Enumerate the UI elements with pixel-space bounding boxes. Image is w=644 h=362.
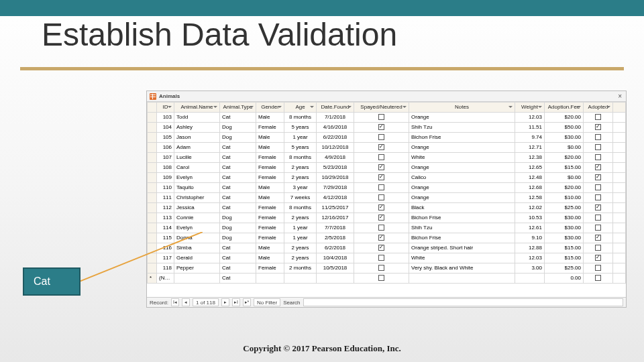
cell-gender[interactable]: Male <box>256 193 284 203</box>
cell-fee[interactable]: $50.00 <box>545 123 584 133</box>
cell-date[interactable]: 11/25/2017 <box>317 203 354 213</box>
cell-date[interactable]: 6/22/2018 <box>317 133 354 143</box>
cell-extra[interactable] <box>613 173 626 183</box>
cell-age[interactable]: 2 years <box>284 213 317 223</box>
column-header[interactable]: Animal.Type <box>220 103 256 113</box>
cell-name[interactable]: Taquito <box>174 183 220 193</box>
checkbox-icon[interactable] <box>595 204 601 210</box>
cell-adopted[interactable] <box>584 173 613 183</box>
column-header[interactable]: ID <box>157 103 174 113</box>
cell-spayed[interactable] <box>354 213 409 223</box>
cell-fee[interactable]: $15.00 <box>545 253 584 263</box>
checkbox-icon[interactable] <box>595 114 601 120</box>
cell-id[interactable]: 117 <box>157 253 174 263</box>
cell-adopted[interactable] <box>584 213 613 223</box>
cell-name[interactable]: Evelyn <box>174 223 220 233</box>
cell-gender[interactable]: Male <box>256 133 284 143</box>
cell-fee[interactable]: $20.00 <box>545 153 584 163</box>
table-row[interactable]: 117GeraldCatMale2 years10/4/2018White12.… <box>148 253 626 263</box>
cell-id[interactable]: 108 <box>157 163 174 173</box>
cell-gender[interactable]: Male <box>256 113 284 123</box>
cell-date[interactable]: 7/29/2018 <box>317 183 354 193</box>
cell-spayed[interactable] <box>354 123 409 133</box>
cell-extra[interactable] <box>613 153 626 163</box>
cell-notes[interactable]: Bichon Frise <box>409 213 515 223</box>
cell-extra[interactable] <box>613 163 626 173</box>
checkbox-icon[interactable] <box>378 134 384 140</box>
cell-extra[interactable] <box>613 274 626 284</box>
cell-spayed[interactable] <box>354 233 409 243</box>
cell-name[interactable]: Simba <box>174 243 220 253</box>
cell-date[interactable]: 5/23/2018 <box>317 163 354 173</box>
cell-name[interactable]: Jason <box>174 133 220 143</box>
cell-notes[interactable] <box>409 274 515 284</box>
checkbox-icon[interactable] <box>378 154 384 160</box>
cell-id[interactable]: 106 <box>157 143 174 153</box>
checkbox-icon[interactable] <box>595 124 601 130</box>
cell-extra[interactable] <box>613 263 626 274</box>
checkbox-icon[interactable] <box>378 184 384 190</box>
table-row[interactable]: 108CarolCatFemale2 years5/23/2018Orange1… <box>148 163 626 173</box>
row-selector[interactable] <box>148 263 157 274</box>
cell-adopted[interactable] <box>584 203 613 213</box>
cell-type[interactable]: Cat <box>220 153 256 163</box>
cell-gender[interactable]: Male <box>256 243 284 253</box>
cell-weight[interactable] <box>515 274 545 284</box>
table-row[interactable]: 106AdamCatMale5 years10/12/2018Orange12.… <box>148 143 626 153</box>
cell-age[interactable]: 8 months <box>284 203 317 213</box>
table-row[interactable]: 118PepperCatFemale2 months10/5/2018Very … <box>148 263 626 274</box>
table-row[interactable]: 112JessicaCatFemale8 months11/25/2017Bla… <box>148 203 626 213</box>
cell-weight[interactable]: 12.02 <box>515 203 545 213</box>
cell-weight[interactable]: 3.00 <box>515 263 545 274</box>
row-selector[interactable] <box>148 173 157 183</box>
cell-type[interactable]: Cat <box>220 143 256 153</box>
column-header[interactable]: Date.Found <box>317 103 354 113</box>
cell-spayed[interactable] <box>354 253 409 263</box>
cell-gender[interactable]: Male <box>256 183 284 193</box>
cell-type[interactable]: Cat <box>220 263 256 274</box>
cell-id[interactable]: 104 <box>157 123 174 133</box>
cell-age[interactable]: 5 years <box>284 143 317 153</box>
row-selector[interactable] <box>148 183 157 193</box>
cell-type[interactable]: Dog <box>220 223 256 233</box>
cell-id[interactable]: 111 <box>157 193 174 203</box>
cell-fee[interactable]: $25.00 <box>545 263 584 274</box>
cell-notes[interactable]: White <box>409 253 515 263</box>
cell-gender[interactable]: Female <box>256 213 284 223</box>
cell-spayed[interactable] <box>354 163 409 173</box>
checkbox-icon[interactable] <box>378 275 384 281</box>
cell-spayed[interactable] <box>354 133 409 143</box>
cell-date[interactable] <box>317 274 354 284</box>
checkbox-icon[interactable] <box>378 114 384 120</box>
cell-weight[interactable]: 12.88 <box>515 243 545 253</box>
row-selector[interactable] <box>148 143 157 153</box>
checkbox-icon[interactable] <box>378 194 384 200</box>
row-selector[interactable] <box>148 223 157 233</box>
new-row[interactable]: *(New)Cat0.00 <box>148 274 626 284</box>
new-row-marker[interactable]: * <box>148 274 157 284</box>
cell-age[interactable]: 7 weeks <box>284 193 317 203</box>
checkbox-icon[interactable] <box>595 134 601 140</box>
cell-age[interactable]: 8 months <box>284 153 317 163</box>
cell-type[interactable]: Cat <box>220 243 256 253</box>
cell-fee[interactable]: $0.00 <box>545 143 584 153</box>
cell-notes[interactable]: Calico <box>409 173 515 183</box>
checkbox-icon[interactable] <box>595 265 601 271</box>
cell-weight[interactable]: 12.65 <box>515 163 545 173</box>
row-selector[interactable] <box>148 233 157 243</box>
column-header[interactable]: Animal.Name <box>174 103 220 113</box>
checkbox-icon[interactable] <box>595 215 601 221</box>
checkbox-icon[interactable] <box>378 144 384 150</box>
cell-gender[interactable]: Male <box>256 143 284 153</box>
checkbox-icon[interactable] <box>595 144 601 150</box>
checkbox-icon[interactable] <box>595 275 601 281</box>
cell-weight[interactable]: 12.61 <box>515 223 545 233</box>
checkbox-icon[interactable] <box>595 174 601 180</box>
nav-no-filter[interactable]: No Filter <box>254 298 280 306</box>
cell-weight[interactable]: 9.74 <box>515 133 545 143</box>
cell-weight[interactable]: 10.53 <box>515 213 545 223</box>
checkbox-icon[interactable] <box>595 225 601 231</box>
cell-spayed[interactable] <box>354 113 409 123</box>
cell-spayed[interactable] <box>354 263 409 274</box>
row-selector[interactable] <box>148 213 157 223</box>
